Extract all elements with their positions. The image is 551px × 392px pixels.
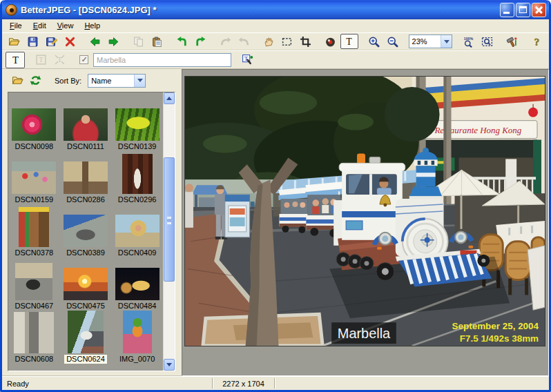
statusbar-divider bbox=[274, 378, 275, 389]
zoom-fit-icon bbox=[481, 36, 493, 48]
select-tool-button[interactable] bbox=[278, 34, 296, 49]
thumbnail-image bbox=[64, 215, 108, 247]
rotate-right-button[interactable] bbox=[191, 34, 209, 49]
thumbnail-image bbox=[115, 108, 160, 141]
text-settings-button[interactable]: T bbox=[238, 52, 256, 68]
thumbnail-image bbox=[12, 161, 56, 194]
menu-help[interactable]: Help bbox=[79, 20, 106, 32]
chevron-down-icon bbox=[444, 40, 450, 43]
close-button[interactable] bbox=[532, 3, 546, 17]
zoom-combo-dropdown-button[interactable] bbox=[441, 35, 452, 48]
annotation-text-input[interactable] bbox=[93, 53, 231, 67]
maximize-button[interactable] bbox=[516, 3, 530, 17]
hand-icon bbox=[263, 36, 275, 48]
crop-tool-button[interactable] bbox=[297, 34, 315, 49]
chevron-down-icon bbox=[166, 363, 172, 366]
zoom-fit-button[interactable] bbox=[478, 34, 496, 49]
thumbnail-item[interactable]: DSCN0378 bbox=[8, 204, 60, 257]
menu-edit[interactable]: Edit bbox=[28, 20, 52, 32]
zoom-in-button[interactable] bbox=[365, 34, 383, 49]
open-button[interactable] bbox=[6, 34, 23, 49]
next-image-button[interactable] bbox=[105, 34, 123, 49]
chevron-down-icon bbox=[137, 79, 143, 82]
thumbnail-item[interactable]: DSCN0286 bbox=[60, 151, 112, 204]
text-frame-button[interactable]: T bbox=[32, 52, 50, 68]
text-tool-button[interactable]: T bbox=[340, 34, 358, 49]
thumbnail-image bbox=[115, 215, 160, 247]
thumbnail-scrollbar[interactable] bbox=[163, 92, 175, 371]
thumbnail-label: DSCN0624 bbox=[64, 355, 107, 364]
delete-icon bbox=[64, 36, 76, 48]
help-button[interactable]: ? bbox=[528, 34, 545, 49]
save-button[interactable] bbox=[24, 34, 42, 49]
maximize-icon bbox=[519, 6, 527, 13]
thumbnail-item[interactable]: IMG_0070 bbox=[111, 311, 163, 364]
menu-view[interactable]: View bbox=[52, 20, 79, 32]
thumbnail-item[interactable]: DSCN0098 bbox=[8, 98, 60, 151]
thumbnail-grid: DSCN0098DSCN0111DSCN0139DSCN0159DSCN0286… bbox=[8, 92, 163, 371]
app-icon bbox=[6, 4, 17, 16]
main-toolbar: T 23% 100% ? bbox=[2, 32, 549, 50]
menu-file[interactable]: File bbox=[4, 20, 28, 32]
thumbnail-sidebar: Sort By: Name DSCN0098DSCN0111DSCN0139DS… bbox=[2, 69, 177, 376]
previous-image-button[interactable] bbox=[86, 34, 104, 49]
text-stretch-button[interactable]: T bbox=[50, 52, 68, 68]
content-area: Sort By: Name DSCN0098DSCN0111DSCN0139DS… bbox=[2, 69, 549, 376]
text-annotation-icon: T bbox=[10, 54, 21, 66]
crop-icon bbox=[300, 36, 311, 48]
thumbnail-item[interactable]: DSCN0409 bbox=[111, 204, 163, 257]
thumbnail-item[interactable]: DSCN0389 bbox=[60, 204, 112, 257]
scroll-down-button[interactable] bbox=[164, 359, 175, 371]
caption-text: Marbella bbox=[338, 326, 391, 341]
thumbnail-image bbox=[123, 311, 152, 353]
thumbnail-label: DSCN0098 bbox=[13, 142, 56, 151]
thumbnail-image bbox=[68, 311, 104, 353]
zoom-100-button[interactable]: 100% bbox=[459, 34, 477, 49]
text-annotation-button[interactable]: T bbox=[6, 52, 25, 68]
title-bar[interactable]: BetterJPEG - [DSCN0624.JPG] * bbox=[2, 0, 549, 19]
thumbnail-item[interactable]: DSCN0484 bbox=[111, 257, 163, 311]
scroll-up-button[interactable] bbox=[164, 92, 175, 104]
check-icon: ✓ bbox=[81, 55, 88, 64]
photo-caption-annotation[interactable]: Marbella bbox=[331, 322, 396, 344]
hand-tool-button[interactable] bbox=[260, 34, 278, 49]
rotate-left-button[interactable] bbox=[173, 34, 191, 49]
delete-button[interactable] bbox=[61, 34, 79, 49]
photo-canvas[interactable]: Restaurante Hong Kong bbox=[184, 76, 545, 346]
thumbnail-label: DSCN0484 bbox=[116, 302, 159, 311]
sort-combo-dropdown-button[interactable] bbox=[134, 75, 145, 87]
app-window: BetterJPEG - [DSCN0624.JPG] * FileEditVi… bbox=[0, 0, 551, 392]
thumbnail-item[interactable]: DSCN0139 bbox=[111, 98, 163, 151]
paste-button[interactable] bbox=[148, 34, 166, 49]
thumbnail-item[interactable]: DSCN0624 bbox=[60, 311, 112, 364]
save-icon bbox=[27, 36, 39, 48]
thumbnail-item[interactable]: DSCN0608 bbox=[8, 311, 60, 364]
thumbnail-item[interactable]: DSCN0467 bbox=[8, 257, 60, 311]
scrollbar-thumb[interactable] bbox=[164, 157, 175, 282]
redo-button[interactable] bbox=[235, 34, 253, 49]
thumbnail-label: DSCN0296 bbox=[116, 195, 159, 204]
copy-button[interactable] bbox=[130, 34, 148, 49]
sort-by-combo[interactable]: Name bbox=[88, 74, 146, 88]
text-toolbar: T T T ✓ T bbox=[2, 50, 549, 69]
thumbnail-item[interactable]: DSCN0159 bbox=[8, 151, 60, 204]
refresh-icon[interactable] bbox=[30, 75, 41, 86]
thumbnail-item[interactable]: DSCN0475 bbox=[60, 257, 112, 311]
undo-button[interactable] bbox=[216, 34, 234, 49]
rotate-right-icon bbox=[195, 36, 206, 48]
thumbnail-item[interactable]: DSCN0111 bbox=[60, 98, 112, 151]
save-copy-button[interactable] bbox=[43, 34, 61, 49]
apply-text-checkbox[interactable]: ✓ bbox=[79, 55, 88, 64]
sort-by-label: Sort By: bbox=[55, 77, 81, 85]
minimize-button[interactable] bbox=[500, 3, 514, 17]
lossless-tools-button[interactable] bbox=[503, 34, 521, 49]
thumbnail-item[interactable]: DSCN0296 bbox=[111, 151, 163, 204]
zoom-out-button[interactable] bbox=[384, 34, 402, 49]
image-panel: Restaurante Hong Kong bbox=[182, 69, 549, 376]
thumbnail-list: DSCN0098DSCN0111DSCN0139DSCN0159DSCN0286… bbox=[8, 92, 175, 371]
zoom-level-combo[interactable]: 23% bbox=[409, 35, 453, 48]
browse-folder-icon[interactable] bbox=[12, 75, 23, 86]
red-eye-tool-button[interactable] bbox=[322, 34, 340, 49]
thumbnail-image bbox=[115, 268, 160, 300]
thumbnail-label: DSCN0608 bbox=[13, 355, 56, 364]
